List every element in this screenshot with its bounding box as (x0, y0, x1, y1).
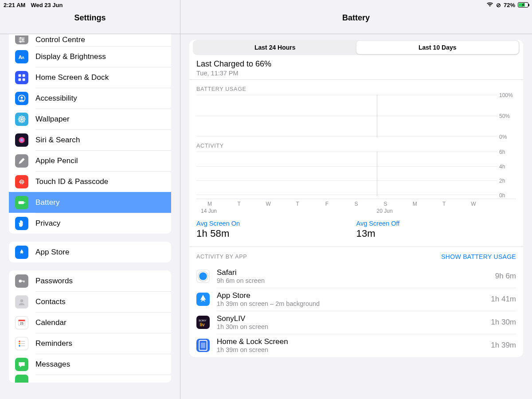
svg-point-3 (20, 37, 22, 39)
grid-icon (15, 71, 28, 84)
sidebar-item-messages[interactable]: Messages (9, 354, 171, 375)
battery-icon (15, 196, 28, 209)
activity-by-app-header: ACTIVITY BY APP SHOW BATTERY USAGE (189, 247, 523, 265)
show-battery-usage-button[interactable]: SHOW BATTERY USAGE (441, 253, 516, 260)
svg-rect-25 (24, 202, 25, 203)
activity-chart[interactable]: ACTIVITY 6h4h2h0h MTWTFSSMTW 14 Jun20 Ju… (189, 137, 523, 214)
svg-point-20 (23, 117, 24, 118)
blank-icon (15, 375, 28, 383)
fingerprint-icon (15, 175, 28, 188)
sidebar-item-accessibility[interactable]: Accessibility (9, 88, 171, 109)
svg-rect-37 (21, 343, 25, 344)
hand-icon (15, 217, 28, 230)
activity-by-app-label: ACTIVITY BY APP (196, 254, 247, 260)
sidebar-item-apple-pencil[interactable]: Apple Pencil (9, 150, 171, 171)
app-row-home-lock-screen[interactable]: Home & Lock Screen1h 39m on screen1h 39m (189, 334, 523, 357)
sidebar-item-siri-search[interactable]: Siri & Search (9, 129, 171, 150)
svg-rect-30 (19, 320, 25, 321)
svg-point-4 (22, 39, 24, 41)
seg-last-24h[interactable]: Last 24 Hours (194, 41, 356, 54)
app-time: 1h 39m (491, 341, 516, 350)
svg-point-14 (21, 118, 23, 120)
battery-card: Last 24 Hours Last 10 Days Last Charged … (189, 40, 523, 357)
homelock-icon (196, 339, 210, 352)
sidebar-item-wallpaper[interactable]: Wallpaper (9, 109, 171, 129)
sidebar-item-contacts[interactable]: Contacts (9, 291, 171, 312)
app-time: 1h 41m (491, 295, 516, 304)
pencil-icon (15, 154, 28, 168)
header-divider (180, 34, 532, 34)
svg-rect-9 (23, 74, 25, 77)
svg-text:liv: liv (200, 322, 205, 327)
flower-icon (15, 113, 28, 126)
status-date: Wed 23 Jun (31, 2, 63, 8)
x-tick: W (465, 201, 482, 207)
svg-point-19 (19, 117, 21, 118)
app-list: Safari9h 6m on screen9h 6mApp Store1h 39… (189, 265, 523, 357)
detail-pane[interactable]: Last 24 Hours Last 10 Days Last Charged … (180, 34, 532, 399)
sidebar-item-app-store[interactable]: App Store (9, 242, 171, 262)
x-tick: T (289, 201, 306, 207)
chart-label: ACTIVITY (196, 143, 516, 149)
messages-icon (15, 358, 28, 371)
reminders-icon (15, 337, 28, 350)
svg-point-22 (23, 120, 24, 122)
app-detail: 1h 39m on screen – 2m background (217, 300, 491, 307)
svg-point-26 (19, 279, 22, 282)
averages: Avg Screen On 1h 58m Avg Screen Off 13m (189, 214, 523, 247)
status-battery-pct: 72% (504, 2, 515, 8)
svg-point-40 (199, 272, 207, 280)
last-charged-section: Last Charged to 66% Tue, 11:37 PM (189, 55, 523, 80)
sidebar-item-privacy[interactable]: Privacy (9, 213, 171, 234)
sidebar-item-label: Messages (35, 360, 70, 369)
sidebar-item-label: Privacy (35, 219, 60, 228)
sidebar-item-home-screen-dock[interactable]: Home Screen & Dock (9, 67, 171, 88)
header-divider (0, 34, 180, 34)
sidebar-group: Control CentreAADisplay & BrightnessHome… (9, 34, 171, 234)
svg-rect-28 (23, 281, 24, 282)
svg-point-5 (20, 41, 22, 43)
svg-point-15 (21, 116, 23, 117)
svg-point-16 (21, 121, 23, 123)
app-row-sonyliv[interactable]: SONYlivSonyLIV1h 30m on screen1h 30m (189, 311, 523, 334)
x-tick: M (406, 201, 424, 207)
text-size-icon: AA (15, 50, 28, 63)
sidebar-item-label: Calendar (35, 318, 66, 327)
key-icon (15, 274, 28, 288)
sidebar-item-more[interactable] (9, 375, 171, 383)
sidebar-item-display-brightness[interactable]: AADisplay & Brightness (9, 46, 171, 67)
x-tick: T (230, 201, 248, 207)
sidebar-item-label: App Store (35, 248, 70, 257)
time-range-segmented[interactable]: Last 24 Hours Last 10 Days (193, 40, 520, 55)
x-date-label: 14 Jun (201, 208, 230, 214)
svg-point-35 (19, 345, 20, 347)
siri-icon (15, 133, 28, 147)
appstore-icon (15, 246, 28, 259)
sidebar-item-passwords[interactable]: Passwords (9, 270, 171, 291)
chart-x-axis: MTWTFSSMTW 14 Jun20 Jun (196, 199, 516, 214)
svg-text:A: A (22, 55, 24, 60)
sidebar-item-touch-id-passcode[interactable]: Touch ID & Passcode (9, 171, 171, 192)
wifi-icon (486, 2, 493, 8)
svg-rect-1 (19, 39, 24, 40)
battery-usage-chart[interactable]: BATTERY USAGE 100%50%0% (189, 80, 523, 137)
app-row-app-store[interactable]: App Store1h 39m on screen – 2m backgroun… (189, 288, 523, 311)
sidebar-item-battery[interactable]: Battery (9, 192, 171, 213)
sidebar[interactable]: Control CentreAADisplay & BrightnessHome… (0, 34, 180, 399)
sidebar-item-label: Wallpaper (35, 115, 70, 124)
battery-icon: ⚡︎ (518, 2, 528, 8)
app-time: 1h 30m (491, 318, 516, 327)
appstore-icon (196, 293, 210, 306)
sidebar-item-reminders[interactable]: Reminders (9, 333, 171, 354)
sidebar-item-label: Siri & Search (35, 136, 80, 145)
seg-last-10d[interactable]: Last 10 Days (356, 41, 519, 54)
svg-point-17 (18, 118, 20, 120)
app-row-safari[interactable]: Safari9h 6m on screen9h 6m (189, 265, 523, 288)
x-date-label: 20 Jun (377, 208, 406, 214)
last-charged-sub: Tue, 11:37 PM (196, 70, 516, 77)
sidebar-item-label: Reminders (35, 339, 72, 348)
sidebar-item-control-centre[interactable]: Control Centre (9, 34, 171, 46)
sidebar-item-calendar[interactable]: 23Calendar (9, 312, 171, 333)
avg-screen-off-label: Avg Screen Off (356, 220, 516, 227)
svg-point-13 (21, 96, 23, 98)
